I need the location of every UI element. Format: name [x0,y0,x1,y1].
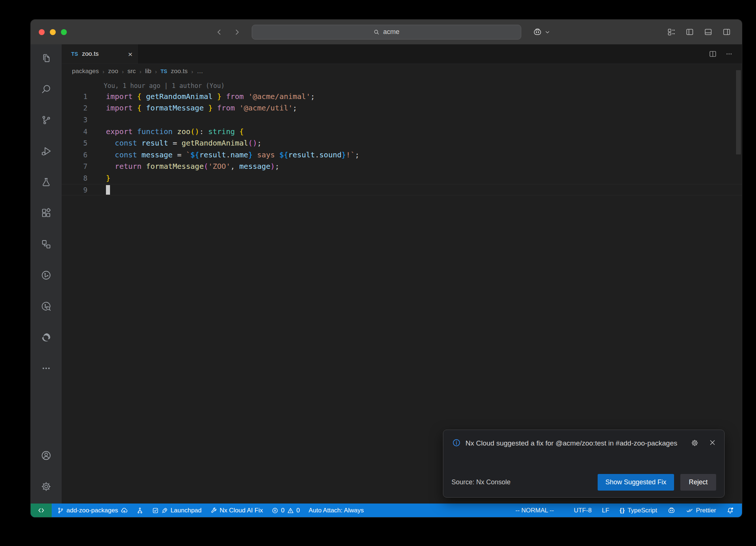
close-window-button[interactable] [39,29,45,35]
code-text: return formatMessage('ZOO', message); [106,162,279,171]
tab-zoo-ts[interactable]: TS zoo.ts × [62,44,138,64]
git-branch-status[interactable]: add-zoo-packages [57,507,128,514]
auto-attach-status[interactable]: Auto Attach: Always [309,507,364,514]
toggle-sidebar-icon[interactable] [685,28,694,36]
toggle-panel-icon[interactable] [704,28,712,36]
code-line[interactable]: 6 const message = `${result.name} says $… [62,149,742,161]
cloud-upload-icon [121,507,128,514]
activity-bar [31,44,62,504]
language-status[interactable]: {} TypeScript [619,507,657,514]
rocket-icon [161,507,168,514]
breadcrumb-item[interactable]: packages [72,68,99,75]
code-line[interactable]: 8} [62,172,742,184]
explorer-icon[interactable] [37,49,55,67]
remote-indicator[interactable] [31,504,52,517]
minimize-window-button[interactable] [50,29,56,35]
linked-boxes-icon[interactable] [37,235,55,253]
launchpad-label: Launchpad [171,507,202,514]
notification-settings-gear-icon[interactable] [691,439,699,447]
source-control-icon[interactable] [37,111,55,129]
encoding-label: UTF-8 [574,507,591,514]
code-line[interactable]: 5 const result = getRandomAnimal(); [62,137,742,149]
close-tab-icon[interactable]: × [128,50,133,58]
back-icon[interactable] [215,28,223,36]
error-icon [272,507,278,514]
copilot-icon[interactable] [533,27,542,37]
checklist-icon [152,507,159,514]
bell-dot-icon [726,507,734,514]
launchpad-status[interactable]: Launchpad [152,507,202,514]
remote-icon [38,507,45,514]
error-count: 0 [281,507,284,514]
git-graph-icon [137,507,143,514]
reject-button[interactable]: Reject [680,474,716,491]
customize-layout-icon[interactable] [667,28,676,36]
formatter-label: Prettier [696,507,716,514]
code-text: } [106,174,110,182]
titlebar: acme [31,20,742,44]
chevron-down-icon[interactable] [545,30,550,35]
forward-icon[interactable] [233,28,241,36]
formatter-status[interactable]: Prettier [686,507,716,514]
testing-icon[interactable] [37,173,55,191]
code-line[interactable]: 3 [62,114,742,126]
vim-block-cursor [106,185,110,195]
git-branch-icon [57,507,64,514]
command-center-search[interactable]: acme [252,25,521,40]
extensions-icon[interactable] [37,204,55,222]
code-line[interactable]: 9 [62,184,742,196]
nx-cloud-fix-status[interactable]: Nx Cloud AI Fix [210,507,263,514]
double-check-icon [686,507,693,514]
problems-status[interactable]: 0 0 [272,507,300,514]
search-value: acme [383,28,399,36]
line-number: 5 [62,139,87,147]
chevron-right-icon: › [191,68,193,75]
code-text: const message = `${result.name} says ${r… [106,150,359,159]
toggle-secondary-sidebar-icon[interactable] [722,28,731,36]
show-suggested-fix-button[interactable]: Show Suggested Fix [598,474,674,491]
info-icon [452,438,461,447]
line-number: 1 [62,92,87,100]
git-graph-status[interactable] [137,507,143,514]
line-number: 6 [62,151,87,159]
account-icon[interactable] [37,447,55,464]
notification-toast: Nx Cloud suggested a fix for @acme/zoo:t… [443,430,725,498]
code-line[interactable]: 7 return formatMessage('ZOO', message); [62,161,742,173]
warning-icon [287,507,294,514]
more-views-icon[interactable] [37,359,55,377]
eol-status[interactable]: LF [602,507,609,514]
settings-gear-icon[interactable] [37,478,55,495]
copilot-status[interactable] [667,506,676,515]
nx-cloud-icon[interactable] [37,297,55,315]
split-editor-icon[interactable] [709,50,717,58]
close-notification-icon[interactable] [709,439,716,447]
tab-bar: TS zoo.ts × [62,44,742,64]
code-line[interactable]: 2import { formatMessage } from '@acme/ut… [62,102,742,114]
notifications-status[interactable] [726,507,734,514]
vim-mode-label: -- NORMAL -- [515,507,554,514]
search-icon[interactable] [37,80,55,98]
git-blame-annotation: You, 1 hour ago | 1 author (You) [104,81,742,91]
chevron-right-icon: › [122,68,124,75]
vim-mode-status[interactable]: -- NORMAL -- [515,507,554,514]
edge-icon[interactable] [37,328,55,346]
language-label: TypeScript [628,507,657,514]
code-line[interactable]: 4export function zoo(): string { [62,126,742,137]
chevron-right-icon: › [140,68,141,75]
zoom-window-button[interactable] [61,29,67,35]
breadcrumb-file[interactable]: zoo.ts [171,68,188,75]
nx-console-icon[interactable] [37,266,55,284]
breadcrumb-more[interactable]: … [197,68,203,75]
run-debug-icon[interactable] [37,142,55,160]
search-icon [373,29,380,35]
editor-scrollbar[interactable] [736,70,741,154]
code-line[interactable]: 1import { getRandomAnimal } from '@acme/… [62,91,742,102]
encoding-status[interactable]: UTF-8 [574,507,591,514]
breadcrumb-item[interactable]: lib [145,68,151,75]
line-number: 3 [62,116,87,124]
breadcrumb-item[interactable]: src [127,68,136,75]
traffic-lights [39,20,67,44]
vscode-window: acme [31,20,742,517]
more-actions-icon[interactable] [725,50,733,58]
breadcrumb-item[interactable]: zoo [108,68,118,75]
